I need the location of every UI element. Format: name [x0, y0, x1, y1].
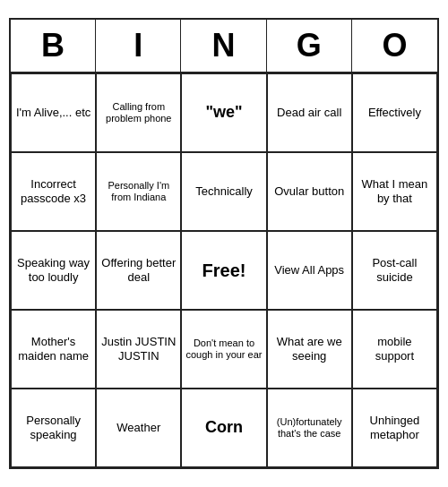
bingo-cell-3: Dead air call	[267, 73, 352, 152]
bingo-cell-22: Corn	[181, 389, 266, 467]
bingo-letter-B: B	[11, 20, 96, 72]
bingo-letter-G: G	[267, 20, 352, 72]
bingo-cell-8: Ovular button	[267, 152, 352, 231]
bingo-header: BINGO	[11, 20, 437, 73]
bingo-cell-4: Effectively	[352, 73, 437, 152]
bingo-letter-I: I	[96, 20, 181, 72]
bingo-cell-10: Speaking way too loudly	[11, 231, 96, 310]
bingo-cell-0: I'm Alive,... etc	[11, 73, 96, 152]
bingo-cell-14: Post-call suicide	[352, 231, 437, 310]
bingo-cell-19: mobile support	[352, 310, 437, 389]
bingo-cell-12: Free!	[181, 231, 266, 310]
bingo-cell-13: View All Apps	[267, 231, 352, 310]
bingo-cell-2: "we"	[181, 73, 266, 152]
bingo-cell-1: Calling from problem phone	[96, 73, 181, 152]
bingo-cell-18: What are we seeing	[267, 310, 352, 389]
bingo-cell-16: Justin JUSTIN JUSTIN	[96, 310, 181, 389]
bingo-cell-21: Weather	[96, 389, 181, 467]
bingo-cell-9: What I mean by that	[352, 152, 437, 231]
bingo-cell-5: Incorrect passcode x3	[11, 152, 96, 231]
bingo-grid: I'm Alive,... etcCalling from problem ph…	[11, 73, 437, 467]
bingo-cell-17: Don't mean to cough in your ear	[181, 310, 266, 389]
bingo-cell-7: Technically	[181, 152, 266, 231]
bingo-letter-O: O	[352, 20, 437, 72]
bingo-cell-24: Unhinged metaphor	[352, 389, 437, 467]
bingo-cell-20: Personally speaking	[11, 389, 96, 467]
bingo-cell-6: Personally I'm from Indiana	[96, 152, 181, 231]
bingo-card: BINGO I'm Alive,... etcCalling from prob…	[9, 18, 439, 469]
bingo-cell-23: (Un)fortunately that's the case	[267, 389, 352, 467]
bingo-cell-15: Mother's maiden name	[11, 310, 96, 389]
bingo-cell-11: Offering better deal	[96, 231, 181, 310]
bingo-letter-N: N	[181, 20, 266, 72]
